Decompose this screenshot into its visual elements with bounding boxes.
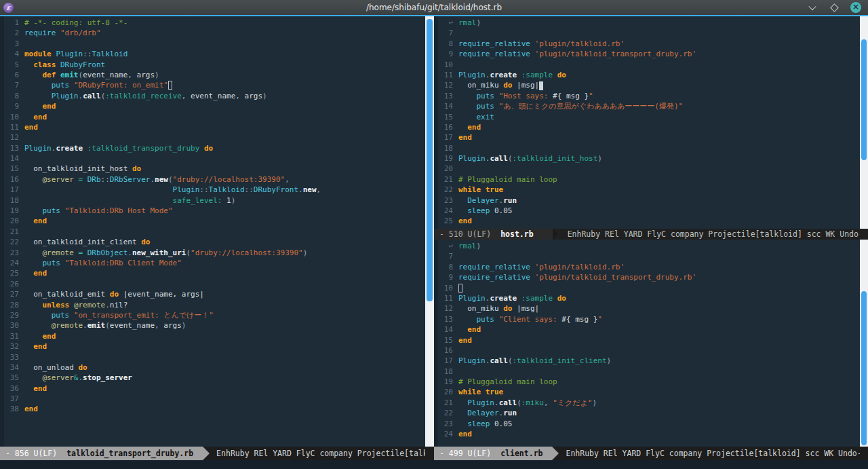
code-line[interactable]: 5 class DRubyFront xyxy=(0,60,425,70)
code-line[interactable]: 31 end xyxy=(0,331,425,341)
code-line[interactable]: 17 Plugin::Talkloid::DRubyFront.new, xyxy=(0,185,425,195)
line-number: 24 xyxy=(438,429,458,439)
titlebar[interactable]: ε /home/shibafu/git/talkloid/host.rb × xyxy=(0,0,868,15)
code-line[interactable]: 3 xyxy=(0,39,425,49)
editor-pane-host[interactable]: ↩rmal)78require_relative 'plugin/talkloi… xyxy=(434,16,860,229)
code-line[interactable]: 18 safe_level: 1) xyxy=(0,195,425,206)
code-line[interactable]: 16 @server = DRb::DRbServer.new("druby:/… xyxy=(0,174,425,185)
code-line[interactable]: 19Plugin.call(:talkloid_init_host) xyxy=(434,153,860,164)
code-line[interactable]: 9 end xyxy=(0,101,425,111)
code-line[interactable]: 13 puts "Client says: #{ msg }" xyxy=(434,314,860,324)
scrollbar-thumb-host[interactable] xyxy=(861,39,867,160)
code-line[interactable]: 30 @remote.emit(event_name, args) xyxy=(0,320,425,331)
code-line[interactable]: 22 on_talkloid_init_client do xyxy=(0,237,425,247)
code-line[interactable]: 20 xyxy=(434,164,860,174)
code-line[interactable]: 11Plugin.create :sample do xyxy=(434,70,860,80)
editor-pane-client[interactable]: ↩rmal)78require_relative 'plugin/talkloi… xyxy=(434,240,860,447)
code-line[interactable]: 22while true xyxy=(434,185,860,195)
code-line[interactable]: 10 xyxy=(434,283,860,293)
code-line[interactable]: 7 puts "DRubyFront: on_emit" xyxy=(0,80,425,90)
code-line[interactable]: 9require_relative 'plugin/talkloid_trans… xyxy=(434,49,860,59)
code-line[interactable]: 18 xyxy=(434,143,860,153)
scrollbar-thumb-client[interactable] xyxy=(861,291,867,445)
modeline-client[interactable]: - 499 U(LF)client.rb EnhRuby REl YARD Fl… xyxy=(434,447,860,460)
code-line[interactable]: 24end xyxy=(434,429,860,439)
code-line[interactable]: 21 xyxy=(0,227,425,237)
code-line[interactable]: 20while true xyxy=(434,387,860,397)
code-line[interactable]: 26 xyxy=(0,279,425,289)
code-line[interactable]: 12 on_miku do |msg| xyxy=(434,303,860,314)
code-line[interactable]: 25end xyxy=(434,216,860,226)
echo-area[interactable] xyxy=(0,460,868,469)
code-line[interactable]: 18 xyxy=(434,367,860,377)
code-line[interactable]: 24 sleep 0.05 xyxy=(434,206,860,216)
code-line[interactable]: 12 xyxy=(0,132,425,143)
code-line[interactable]: 35 @server&.stop_server xyxy=(0,373,425,383)
code-line[interactable]: 20 end xyxy=(0,216,425,226)
scrollbar-track[interactable] xyxy=(425,16,434,447)
code-line[interactable]: 16 xyxy=(434,345,860,356)
code-line[interactable]: 10 end xyxy=(0,112,425,122)
code-line[interactable]: 15 on_talkloid_init_host do xyxy=(0,164,425,174)
code-line[interactable]: 7 xyxy=(434,28,860,38)
code-line[interactable]: 24 puts "Talkloid:DRb Client Mode" xyxy=(0,258,425,268)
code-line[interactable]: ↩rmal) xyxy=(434,241,860,251)
maximize-button[interactable] xyxy=(829,2,840,13)
code-line[interactable]: 8 Plugin.call(:talkloid_receive, event_n… xyxy=(0,91,425,101)
code-line[interactable]: 16 end xyxy=(434,122,860,132)
modeline-transport[interactable]: - 856 U(LF)talkloid_transport_druby.rb E… xyxy=(0,447,425,460)
code-line[interactable]: 23 @remote = DRbObject.new_with_uri("dru… xyxy=(0,248,425,258)
code-line[interactable]: 4module Plugin::Talkloid xyxy=(0,49,425,59)
code-line[interactable]: 19 puts "Talkloid:DRb Host Mode" xyxy=(0,206,425,216)
code-line[interactable]: 23 sleep 0.05 xyxy=(434,419,860,429)
code-line[interactable]: 13 puts "Host says: #{ msg }" xyxy=(434,91,860,101)
code-line[interactable]: 8require_relative 'plugin/talkloid.rb' xyxy=(434,262,860,272)
code-line[interactable]: 17end xyxy=(434,132,860,143)
code-line[interactable]: 14 xyxy=(0,153,425,164)
code-line[interactable]: 14 puts "あ、頭にミクの意思がぐわああああーーーー(爆発)" xyxy=(434,101,860,111)
code-line[interactable]: 28 unless @remote.nil? xyxy=(0,300,425,310)
minimize-button[interactable] xyxy=(807,2,818,13)
code-line[interactable]: 1# -*- coding: utf-8 -*- xyxy=(0,18,425,28)
code-line[interactable]: 33 xyxy=(0,352,425,362)
code-line[interactable]: 37 xyxy=(0,394,425,404)
modeline-host[interactable]: - 510 U(LF)host.rb EnhRuby REl YARD FlyC… xyxy=(434,229,860,240)
code-line[interactable]: 12 on_miku do |msg| xyxy=(434,80,860,90)
code-line[interactable]: 38end xyxy=(0,404,425,414)
code-line[interactable]: 22 Delayer.run xyxy=(434,408,860,418)
line-number: 23 xyxy=(438,195,458,206)
line-number: 9 xyxy=(438,272,458,282)
code-line[interactable]: 23 Delayer.run xyxy=(434,195,860,206)
line-number: 5 xyxy=(4,60,24,70)
code-line[interactable]: 9require_relative 'plugin/talkloid_trans… xyxy=(434,272,860,282)
code-line[interactable]: 15 exit xyxy=(434,112,860,122)
code-line[interactable]: 14 end xyxy=(434,324,860,335)
scrollbar-left-pane[interactable] xyxy=(425,16,434,460)
code-line[interactable]: 11Plugin.create :sample do xyxy=(434,293,860,303)
code-line[interactable]: 25 end xyxy=(0,268,425,278)
code-line[interactable]: 36 end xyxy=(0,383,425,394)
code-line[interactable]: 34 on_unload do xyxy=(0,362,425,373)
code-line[interactable]: 21# Pluggaloid main loop xyxy=(434,174,860,185)
code-line[interactable]: 7 xyxy=(434,251,860,261)
code-line[interactable]: 19# Pluggaloid main loop xyxy=(434,377,860,387)
code-line[interactable]: 17Plugin.call(:talkloid_init_client) xyxy=(434,356,860,366)
code-line[interactable]: 29 puts "on_transport_emit: とんでけー！" xyxy=(0,310,425,320)
code-line[interactable]: 15end xyxy=(434,335,860,345)
code-line[interactable]: 10 xyxy=(434,60,860,70)
code-line[interactable]: 32 end xyxy=(0,341,425,352)
scrollbar-right-panes[interactable] xyxy=(860,16,868,460)
code-line[interactable]: 2require "drb/drb" xyxy=(0,28,425,38)
scrollbar-thumb[interactable] xyxy=(427,19,433,301)
code-line[interactable]: 27 on_talkloid_emit do |event_name, args… xyxy=(0,289,425,299)
scrollbar-track-client[interactable] xyxy=(860,240,868,447)
code-line[interactable]: 21 Plugin.call(:miku, "ミクだよ") xyxy=(434,398,860,408)
scrollbar-track-host[interactable] xyxy=(860,16,868,229)
editor-pane-transport[interactable]: 1# -*- coding: utf-8 -*-2require "drb/dr… xyxy=(0,16,425,447)
code-line[interactable]: 8require_relative 'plugin/talkloid.rb' xyxy=(434,39,860,49)
code-line[interactable]: 13Plugin.create :talkloid_transport_drub… xyxy=(0,143,425,153)
code-line[interactable]: ↩rmal) xyxy=(434,18,860,28)
close-button[interactable]: × xyxy=(850,2,861,13)
code-line[interactable]: 11end xyxy=(0,122,425,132)
code-line[interactable]: 6 def emit(event_name, args) xyxy=(0,70,425,80)
